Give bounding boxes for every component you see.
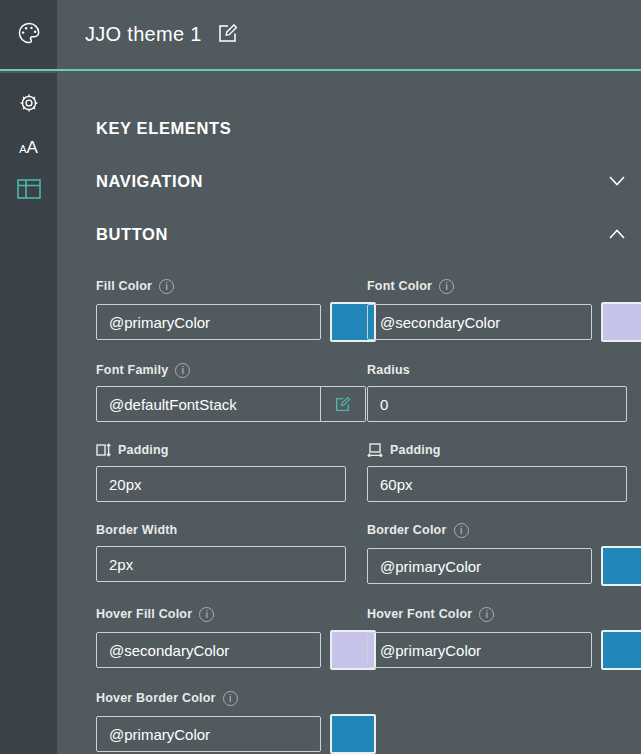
field-hover-border-color: Hover Border Color i — [96, 690, 346, 754]
aa-typography-icon: AA — [19, 139, 38, 156]
navigation-label: NAVIGATION — [96, 172, 203, 191]
color-swatch-hover-border-color[interactable] — [330, 714, 376, 754]
field-border-color: Border Color i — [367, 522, 627, 586]
key-elements-label: KEY ELEMENTS — [96, 119, 231, 138]
field-label-hover-border-color: Hover Border Color — [96, 691, 216, 705]
sidebar-item-layout[interactable] — [14, 177, 44, 203]
info-icon[interactable]: i — [479, 607, 494, 622]
key-elements-heading: KEY ELEMENTS — [96, 119, 627, 138]
field-font-family: Font Family i — [96, 362, 346, 422]
layout-table-icon — [17, 179, 41, 202]
field-radius: Radius i — [367, 362, 627, 422]
theme-editor-window: JJO theme 1 — [0, 0, 641, 754]
field-label-hover-fill-color: Hover Fill Color — [96, 607, 192, 621]
input-hover-fill-color[interactable] — [97, 633, 320, 667]
field-label-fill-color: Fill Color — [96, 279, 152, 293]
field-border-width: Border Width i — [96, 522, 346, 586]
info-icon[interactable]: i — [439, 279, 454, 294]
button-label: BUTTON — [96, 225, 168, 244]
field-label-radius: Radius — [367, 363, 410, 377]
field-hover-font-color: Hover Font Color i — [367, 606, 627, 670]
color-swatch-font-color[interactable] — [601, 302, 641, 342]
info-icon[interactable]: i — [454, 523, 469, 538]
button-fields-grid: Fill Color i Font Color i Font — [96, 278, 627, 754]
info-icon[interactable]: i — [223, 691, 238, 706]
input-hover-border-color[interactable] — [97, 717, 320, 751]
title-bar: JJO theme 1 — [57, 0, 641, 69]
input-border-width[interactable] — [97, 547, 345, 581]
field-label-hover-font-color: Hover Font Color — [367, 607, 472, 621]
padding-horizontal-icon — [367, 443, 383, 457]
field-label-padding-horizontal: Padding — [390, 443, 441, 457]
button-accordion-header[interactable]: BUTTON — [96, 225, 627, 244]
chevron-up-icon — [607, 225, 627, 244]
input-radius[interactable] — [368, 387, 626, 421]
edit-field-button[interactable] — [320, 387, 365, 421]
input-font-color[interactable] — [368, 305, 591, 339]
palette-icon — [16, 20, 42, 50]
field-padding-horizontal: Padding i — [367, 442, 627, 502]
sidebar-item-settings[interactable] — [14, 91, 44, 117]
navigation-accordion-header[interactable]: NAVIGATION — [96, 172, 627, 191]
field-label-border-width: Border Width — [96, 523, 177, 537]
gear-icon — [18, 92, 40, 117]
theme-title: JJO theme 1 — [85, 23, 202, 46]
field-label-border-color: Border Color — [367, 523, 447, 537]
color-swatch-border-color[interactable] — [601, 546, 641, 586]
input-fill-color[interactable] — [97, 305, 320, 339]
info-icon[interactable]: i — [199, 607, 214, 622]
input-font-family[interactable] — [97, 387, 320, 421]
field-label-padding-vertical: Padding — [118, 443, 169, 457]
padding-vertical-icon — [96, 443, 111, 457]
edit-pencil-square-icon — [217, 22, 239, 47]
edit-title-button[interactable] — [217, 22, 239, 47]
field-label-font-color: Font Color — [367, 279, 432, 293]
info-icon[interactable]: i — [159, 279, 174, 294]
theme-settings-panel: KEY ELEMENTS NAVIGATION BUTTON Fill Colo… — [57, 73, 641, 754]
field-padding-vertical: Padding i — [96, 442, 346, 502]
icon-sidebar: AA — [0, 73, 57, 754]
app-logo — [0, 0, 57, 69]
field-fill-color: Fill Color i — [96, 278, 346, 342]
input-hover-font-color[interactable] — [368, 633, 591, 667]
field-label-font-family: Font Family — [96, 363, 168, 377]
field-hover-fill-color: Hover Fill Color i — [96, 606, 346, 670]
top-bar: JJO theme 1 — [0, 0, 641, 71]
color-swatch-hover-font-color[interactable] — [601, 630, 641, 670]
input-padding-vertical[interactable] — [97, 467, 345, 501]
input-padding-horizontal[interactable] — [368, 467, 626, 501]
field-font-color: Font Color i — [367, 278, 627, 342]
chevron-down-icon — [607, 172, 627, 191]
input-border-color[interactable] — [368, 549, 591, 583]
info-icon[interactable]: i — [175, 363, 190, 378]
sidebar-item-typography[interactable]: AA — [14, 134, 44, 160]
